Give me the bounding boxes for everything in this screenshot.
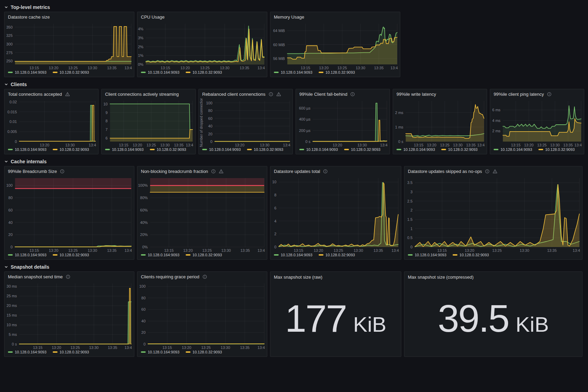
section-header-cache-internals[interactable]: Cache internals bbox=[4, 157, 584, 166]
y-tick-label: 40% bbox=[140, 220, 148, 224]
section-header-snapshot-details[interactable]: Snapshot details bbox=[4, 262, 584, 271]
legend-item[interactable]: 10.128.0.32:9093 bbox=[186, 70, 222, 74]
panel-header[interactable]: Non-blocking breadcrumb fraction bbox=[137, 166, 267, 175]
x-tick-label: 13:35 bbox=[240, 66, 249, 70]
chart-99-ile-client-ping-latency[interactable]: 2 ms4 ms6 ms13:1513:2013:2513:3013:3513:… bbox=[490, 98, 584, 147]
legend-item[interactable]: 10.128.0.164:9093 bbox=[8, 350, 47, 354]
legend-item[interactable]: 10.128.0.164:9093 bbox=[494, 147, 532, 152]
panel-header[interactable]: Client connections actively streaming bbox=[102, 89, 195, 98]
legend-item[interactable]: 10.128.0.164:9093 bbox=[141, 253, 179, 257]
chart-memory-usage[interactable]: 56 MiB60 MiB64 MiB13:1513:2013:2513:3013… bbox=[270, 21, 400, 70]
legend-item[interactable]: 10.128.0.164:9093 bbox=[299, 147, 338, 152]
y-tick-label: 2 bbox=[410, 208, 412, 212]
chart-total-connections-accepted[interactable]: 00.0050.010.0150.0213:2013:3013:4 bbox=[4, 98, 98, 147]
panel-header[interactable]: 99%ile client ping latency bbox=[490, 89, 584, 98]
legend-item[interactable]: 10.128.0.164:9093 bbox=[8, 253, 47, 257]
panel-header[interactable]: Median snapshot send time bbox=[4, 272, 134, 281]
panel-header[interactable]: 99%ile Breadcrumb Size bbox=[4, 166, 134, 175]
panel-header[interactable]: 99%ile Client fall-behind bbox=[296, 89, 390, 98]
info-icon[interactable] bbox=[60, 169, 64, 174]
y-tick-label: 2 ms bbox=[492, 129, 501, 133]
info-icon[interactable] bbox=[485, 169, 489, 174]
chart-client-connections-actively-streaming[interactable]: 67891013:1513:2013:2513:3013:3513:4 bbox=[102, 98, 195, 147]
panel-header[interactable]: Total connections accepted bbox=[4, 89, 98, 98]
warning-icon[interactable] bbox=[65, 92, 70, 96]
chart-datastore-cache-size[interactable]: 25027530032535013:1513:2013:2513:3013:35… bbox=[4, 21, 134, 70]
panel-header[interactable]: Max snapshot size (raw) bbox=[270, 272, 401, 281]
legend-item[interactable]: 10.128.0.32:9093 bbox=[538, 147, 575, 152]
panel-header[interactable]: Datastore cache size bbox=[4, 12, 134, 21]
panel-legend: 10.128.0.164:909310.128.0.32:9093 bbox=[4, 147, 98, 154]
legend-item[interactable]: 10.128.0.164:9093 bbox=[105, 147, 144, 152]
legend-item[interactable]: 10.128.0.32:9093 bbox=[319, 253, 355, 257]
y-tick-label: 100 bbox=[139, 284, 145, 288]
chart-median-snapshot-send-time[interactable]: 0 s5 ms10 ms15 ms20 ms25 ms30 ms13:1513:… bbox=[4, 281, 134, 349]
y-axis-label: Number of dropped connections bbox=[199, 98, 203, 147]
legend-item[interactable]: 10.128.0.164:9093 bbox=[141, 350, 179, 354]
section-header-clients[interactable]: Clients bbox=[4, 80, 584, 89]
chart-clients-requiring-grace-period[interactable]: 02040608010013:1513:2013:2513:3013:3513:… bbox=[137, 281, 267, 349]
chart-cpu-usage[interactable]: 0%1%2%3%4%13:1513:2013:2513:3013:3513:4 bbox=[137, 21, 267, 70]
chart-datastore-updates-skipped-as-no-ops[interactable]: 00.511.522.533.513:1513:2013:2513:3013:3… bbox=[404, 175, 582, 252]
warning-icon[interactable] bbox=[276, 92, 281, 96]
panel-header[interactable]: Datastore updates skipped as no-ops bbox=[404, 166, 582, 175]
info-icon[interactable] bbox=[323, 169, 328, 174]
x-tick-label: 13:30 bbox=[356, 66, 365, 70]
panel-title: Median snapshot send time bbox=[8, 274, 63, 279]
panel-99-ile-breadcrumb-size: 99%ile Breadcrumb Size02040608010013:151… bbox=[4, 166, 134, 260]
legend-item[interactable]: 10.128.0.32:9093 bbox=[186, 350, 222, 354]
chart-99-ile-write-latency[interactable]: 0 s1 ms2 ms13:1513:2013:2513:3013:3513:4 bbox=[393, 98, 487, 147]
panel-header[interactable]: CPU Usage bbox=[137, 12, 267, 21]
chart-non-blocking-breadcrumb-fraction[interactable]: 0%20%40%60%80%100%13:1513:2013:2513:3013… bbox=[137, 175, 267, 252]
legend-item[interactable]: 10.128.0.164:9093 bbox=[274, 70, 312, 74]
info-icon[interactable] bbox=[350, 92, 355, 96]
chart-99-ile-client-fall-behind[interactable]: 0 s200 µs400 µs600 µs13:2013:3013:4 bbox=[296, 98, 390, 147]
legend-series-dash bbox=[344, 149, 349, 150]
panel-title: Rebalanced client connenctions bbox=[202, 92, 266, 97]
panel-header[interactable]: Rebalanced client connenctions bbox=[199, 89, 292, 98]
legend-item[interactable]: 10.128.0.32:9093 bbox=[344, 147, 381, 152]
info-icon[interactable] bbox=[211, 169, 216, 174]
section-header-top-level-metrics[interactable]: Top-level metrics bbox=[4, 3, 584, 12]
legend-item[interactable]: 10.128.0.164:9093 bbox=[274, 253, 312, 257]
x-tick-label: 13:4 bbox=[125, 66, 132, 70]
legend-series-label: 10.128.0.32:9093 bbox=[193, 70, 222, 74]
legend-item[interactable]: 10.128.0.32:9093 bbox=[53, 253, 89, 257]
warning-icon[interactable] bbox=[493, 169, 497, 174]
legend-item[interactable]: 10.128.0.164:9093 bbox=[396, 147, 435, 152]
info-icon[interactable] bbox=[203, 275, 207, 279]
legend-series-dash bbox=[299, 149, 304, 150]
legend-item[interactable]: 10.128.0.32:9093 bbox=[247, 147, 283, 152]
panel-header[interactable]: 99%ile write latency bbox=[393, 89, 487, 98]
legend-series-label: 10.128.0.32:9093 bbox=[157, 147, 186, 152]
chart-99-ile-breadcrumb-size[interactable]: 02040608010013:1513:2013:2513:3013:3513:… bbox=[4, 175, 134, 252]
panel-header[interactable]: Max snapshot size (compressed) bbox=[404, 272, 582, 281]
y-tick-label: 4 ms bbox=[492, 118, 501, 122]
info-icon[interactable] bbox=[66, 275, 70, 279]
y-tick-label: 100 bbox=[6, 183, 12, 187]
legend-item[interactable]: 10.128.0.32:9093 bbox=[150, 147, 186, 152]
panel-header[interactable]: Clients requiring grace period bbox=[137, 272, 267, 281]
chart-datastore-updates-total[interactable]: 024681013:1513:2013:2513:3013:3513:4 bbox=[270, 175, 401, 252]
legend-item[interactable]: 10.128.0.164:9093 bbox=[141, 70, 179, 74]
warning-icon[interactable] bbox=[219, 169, 224, 174]
panel-header[interactable]: Memory Usage bbox=[270, 12, 400, 21]
legend-item[interactable]: 10.128.0.164:9093 bbox=[8, 70, 47, 74]
legend-item[interactable]: 10.128.0.32:9093 bbox=[441, 147, 478, 152]
info-icon[interactable] bbox=[547, 92, 551, 96]
info-icon[interactable] bbox=[269, 92, 273, 96]
x-tick-label: 13:35 bbox=[563, 143, 573, 147]
legend-item[interactable]: 10.128.0.32:9093 bbox=[186, 253, 222, 257]
legend-item[interactable]: 10.128.0.32:9093 bbox=[53, 350, 89, 354]
legend-item[interactable]: 10.128.0.164:9093 bbox=[408, 253, 446, 257]
legend-item[interactable]: 10.128.0.32:9093 bbox=[53, 70, 89, 74]
legend-item[interactable]: 10.128.0.32:9093 bbox=[319, 70, 355, 74]
panel-header[interactable]: Datastore updates total bbox=[270, 166, 401, 175]
chart-rebalanced-client-connenctions[interactable]: 02040608010013:2013:3013:4Number of drop… bbox=[199, 98, 292, 147]
legend-item[interactable]: 10.128.0.32:9093 bbox=[453, 253, 489, 257]
legend-item[interactable]: 10.128.0.164:9093 bbox=[8, 147, 47, 152]
x-tick-label: 13:15 bbox=[30, 66, 39, 70]
legend-item[interactable]: 10.128.0.164:9093 bbox=[202, 147, 241, 152]
legend-item[interactable]: 10.128.0.32:9093 bbox=[53, 147, 89, 152]
y-tick-label: 1% bbox=[138, 53, 143, 58]
